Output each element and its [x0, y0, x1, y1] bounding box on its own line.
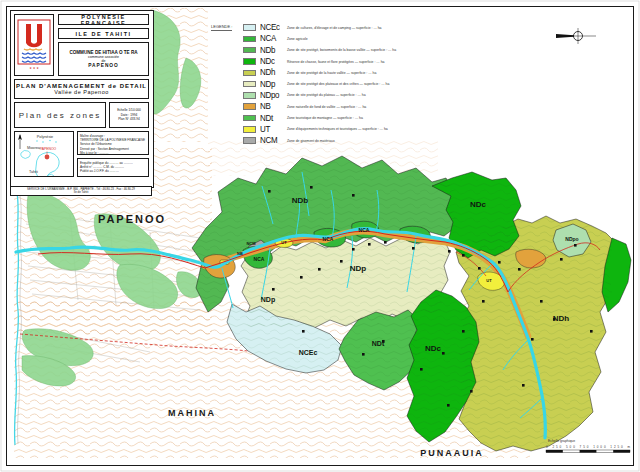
address-strip: SERVICE DE L'URBANISME - B.P. 866 - PAPE… — [10, 186, 152, 196]
territory-box: POLYNESIE FRANCAISE — [58, 14, 149, 25]
minimap-tahiti-label: Tahiti — [29, 170, 38, 174]
legend-swatch-ut — [243, 126, 256, 133]
minimap-moorea-label: Moorea — [27, 146, 41, 150]
meta-plan-no: Plan N° 433-94 — [118, 117, 140, 122]
legend-swatch-ndpo — [243, 92, 256, 99]
legend-row-ncm: NCM Zone de gisement de matériaux — [243, 135, 396, 146]
legend-swatch-ndp — [243, 81, 256, 88]
legend-row-nb: NB Zone naturelle de fond de vallée — su… — [243, 101, 396, 112]
svg-text:NDb: NDb — [292, 196, 309, 205]
legend-swatch-ndh — [243, 70, 256, 77]
legend: NCEc Zone de cultures, d'élevage et de c… — [243, 22, 396, 146]
svg-text:UT: UT — [281, 240, 287, 245]
north-arrow-icon — [18, 134, 22, 149]
titleblock-scalebar: 0 2,5 5 Km — [14, 179, 149, 186]
emblem-box: ★ ★ ★ — [14, 14, 54, 76]
polynesia-emblem-icon: ★ ★ ★ — [17, 19, 51, 71]
legend-row-ndp: NDp Zone de site protégé des plateaux et… — [243, 78, 396, 89]
address-line2: Ile de Tahiti — [74, 191, 89, 194]
map-sheet: NDb NDc NDc NDh NDp NDp NDpo NDt NCEc NC… — [0, 0, 640, 472]
svg-text:Echelle graphique: Echelle graphique — [548, 439, 575, 443]
svg-text:NDp: NDp — [261, 296, 275, 304]
legend-row-ndpo: NDpo Zone de site protégé du plateau — s… — [243, 90, 396, 101]
svg-text:NCA: NCA — [254, 256, 265, 262]
svg-text:NDh: NDh — [553, 314, 570, 323]
legend-swatch-ncm — [243, 137, 256, 144]
meta-box: Echelle 1/10 000 Date : 1994 Plan N° 433… — [109, 102, 149, 128]
commune-papenoo: PAPENOO — [88, 63, 119, 68]
legend-swatch-nca — [243, 36, 256, 43]
island-title: ILE DE TAHITI — [75, 31, 131, 37]
svg-text:NDc: NDc — [425, 344, 442, 353]
territory-title: POLYNESIE FRANCAISE — [59, 14, 148, 26]
svg-text:UT: UT — [486, 278, 492, 283]
plan-title-box: PLAN D'AMENAGEMENT de DETAIL Vallée de P… — [14, 79, 149, 99]
minimap-papenoo-label: PAPENOO — [40, 147, 57, 151]
plan-title-line2: Vallée de Papenoo — [54, 89, 109, 95]
legend-row-ncec: NCEc Zone de cultures, d'élevage et de c… — [243, 22, 396, 33]
island-box: ILE DE TAHITI — [58, 28, 149, 39]
legend-heading: LEGENDE : — [211, 24, 232, 31]
svg-text:0 250 500 750 1000 1: 0 250 500 750 1000 1250 m — [546, 445, 631, 449]
svg-text:NCA: NCA — [323, 236, 334, 242]
minimap-islets — [36, 140, 56, 143]
label-papenoo: PAPENOO — [98, 213, 166, 225]
notes-box-1: Maître d'ouvrage : TERRITOIRE DE LA POLY… — [77, 131, 149, 155]
svg-text:NCA: NCA — [359, 227, 370, 233]
notes-box-2: Enquête publique du ……… au ……… Arrêté n°… — [77, 158, 149, 177]
legend-swatch-ndc — [243, 58, 256, 65]
svg-text:NDpo: NDpo — [565, 236, 578, 242]
legend-swatch-ncec — [243, 24, 256, 31]
svg-text:NDc: NDc — [470, 200, 487, 209]
svg-text:NDp: NDp — [350, 264, 367, 273]
doc-title: Plan des zones — [19, 111, 102, 120]
legend-row-ndt: NDt Zone touristique de montagne — super… — [243, 112, 396, 123]
minimap-tahiti-outline — [35, 152, 59, 177]
legend-swatch-nb — [243, 103, 256, 110]
svg-text:NCM: NCM — [246, 241, 256, 246]
legend-swatch-ndt — [243, 115, 256, 122]
doc-title-box: Plan des zones — [14, 102, 106, 128]
legend-swatch-ndb — [243, 47, 256, 54]
svg-text:NCEc: NCEc — [299, 349, 318, 356]
legend-row-ndb: NDb Zone de site protégé, boisements de … — [243, 45, 396, 56]
title-block: ★ ★ ★ POLYNESIE FRANCAISE ILE DE TAHITI … — [10, 10, 154, 188]
minimap-polynesie-label: Polynésie — [37, 135, 53, 139]
legend-row-ut: UT Zone d'équipements techniques et tour… — [243, 124, 396, 135]
commune-box: COMMUNE DE HITIAA O TE RA commune associ… — [58, 42, 149, 76]
minimap-moorea-outline — [21, 150, 31, 158]
legend-row-nca: NCA Zone agricole — [243, 33, 396, 44]
legend-row-ndh: NDh Zone de site protégé de la haute val… — [243, 67, 396, 78]
label-punaauia: PUNAAUIA — [420, 448, 484, 458]
svg-text:★ ★ ★: ★ ★ ★ — [29, 66, 39, 70]
label-mahina: MAHINA — [168, 408, 216, 418]
svg-text:NB: NB — [237, 251, 243, 256]
legend-row-ndc: NDc Réserve de chasse, faune et flore pr… — [243, 56, 396, 67]
locator-panel: Polynésie Moorea PAPENOO Tahiti — [14, 131, 74, 177]
svg-text:NDt: NDt — [372, 340, 385, 347]
